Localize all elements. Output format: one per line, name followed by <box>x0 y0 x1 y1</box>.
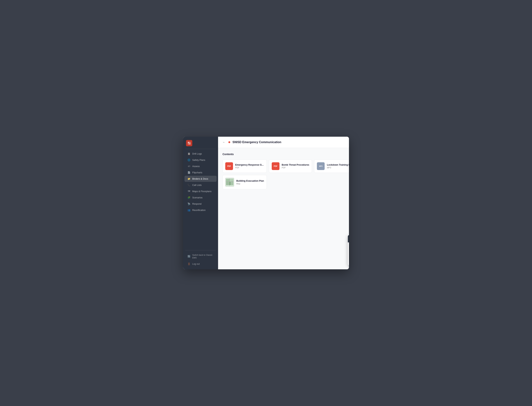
svg-rect-9 <box>231 182 233 185</box>
maps-floorplans-icon: 🗺 <box>187 190 190 193</box>
svg-rect-1 <box>189 142 190 143</box>
topbar: ← SNISD Emergency Communication + Add ▾ … <box>218 137 349 148</box>
item-info: Lockdown Training Rec... MP3 <box>327 164 349 169</box>
item-info: Building Evacuation Plan Map <box>236 180 264 185</box>
sidebar-item-label: Maps & Floorplans <box>192 190 211 193</box>
item-card-lockdown-training[interactable]: MP3 Lockdown Training Rec... MP3 <box>314 160 349 173</box>
sidebar-item-label: Binders & Docs <box>192 178 208 180</box>
content-toolbar: Contents Name ▾ ☰ ⊞ ℹ <box>222 152 349 157</box>
respond-icon: 📡 <box>187 203 190 205</box>
back-button[interactable]: ← <box>222 140 226 145</box>
sidebar-item-respond[interactable]: 📡 Respond <box>185 201 217 207</box>
sidebar-item-reunification[interactable]: 👥 Reunification <box>185 207 217 213</box>
switch-classic-label: Switch back to Classic EMS <box>192 254 214 259</box>
svg-rect-2 <box>188 143 189 145</box>
pdf-icon: PDF <box>272 162 280 170</box>
content-area: Contents Name ▾ ☰ ⊞ ℹ <box>218 148 349 269</box>
switch-classic-icon: 🔄 <box>187 255 190 258</box>
items-grid: PDF Emergency Response G... PDF PDF Bomb… <box>222 160 349 189</box>
call-lists-icon: 📞 <box>187 184 190 186</box>
sidebar-item-scenarios[interactable]: 🧩 Scenarios <box>185 195 217 201</box>
svg-rect-3 <box>189 143 190 145</box>
upload-panel: Uploading 2 items ▾ ✕ Less than a minute… <box>348 235 349 266</box>
flipcharts-icon: 📄 <box>187 171 190 174</box>
sidebar-item-label: Respond <box>192 203 201 205</box>
sidebar-item-flipcharts[interactable]: 📄 Flipcharts <box>185 169 217 175</box>
item-type: PDF <box>235 167 264 169</box>
sidebar-item-drill-logs[interactable]: 📋 Drill Logs <box>185 151 217 157</box>
drill-logs-icon: 📋 <box>187 152 190 155</box>
assess-icon: 🏷 <box>187 165 190 168</box>
sidebar-item-label: Flipcharts <box>192 171 202 174</box>
item-card-bomb-threat[interactable]: PDF Bomb Threat Procedures PDF <box>269 160 312 173</box>
pdf-icon: PDF <box>225 162 233 170</box>
sidebar-item-label: Drill Logs <box>192 152 202 155</box>
sidebar-bottom: 🔄 Switch back to Classic EMS 🚪 Log out <box>183 250 218 269</box>
item-card-building-evacuation[interactable]: Building Evacuation Plan Map <box>222 175 267 189</box>
svg-rect-7 <box>226 182 228 185</box>
svg-rect-6 <box>230 179 233 181</box>
sidebar-item-label: Safety Plans <box>192 159 205 161</box>
safety-plans-icon: 🌐 <box>187 159 190 161</box>
page-title: SNISD Emergency Communication <box>232 141 281 144</box>
svg-rect-0 <box>188 142 189 143</box>
sidebar-item-label: Call Lists <box>192 184 202 186</box>
item-name: Bomb Threat Procedures <box>282 164 309 166</box>
upload-body: Less than a minute left Cancel 📄 2023-20… <box>348 242 349 266</box>
switch-classic-button[interactable]: 🔄 Switch back to Classic EMS <box>185 252 217 261</box>
reunification-icon: 👥 <box>187 209 190 211</box>
item-type: MP3 <box>327 167 349 169</box>
sidebar-item-safety-plans[interactable]: 🌐 Safety Plans <box>185 157 217 163</box>
sidebar-item-label: Reunification <box>192 209 206 211</box>
sidebar-item-label: Assess <box>192 165 200 168</box>
sidebar-item-assess[interactable]: 🏷 Assess <box>185 163 217 169</box>
log-out-button[interactable]: 🚪 Log out <box>185 261 217 267</box>
scenarios-icon: 🧩 <box>187 196 190 199</box>
item-name: Building Evacuation Plan <box>236 180 264 182</box>
map-thumbnail <box>225 178 234 187</box>
item-type: Map <box>236 182 264 185</box>
main-content: ← SNISD Emergency Communication + Add ▾ … <box>218 137 349 269</box>
sidebar-nav: 📋 Drill Logs 🌐 Safety Plans 🏷 Assess 📄 F… <box>183 149 218 250</box>
sidebar-item-maps-floorplans[interactable]: 🗺 Maps & Floorplans <box>185 188 217 194</box>
sidebar-item-call-lists[interactable]: 📞 Call Lists <box>185 182 217 188</box>
binders-docs-icon: 📁 <box>187 177 190 180</box>
upload-header: Uploading 2 items ▾ ✕ <box>348 235 349 242</box>
sidebar-item-label: Scenarios <box>192 196 203 199</box>
svg-rect-5 <box>226 179 229 181</box>
page-indicator <box>228 141 230 143</box>
item-type: PDF <box>282 167 309 169</box>
app-window: 📋 Drill Logs 🌐 Safety Plans 🏷 Assess 📄 F… <box>183 137 349 269</box>
sidebar-logo <box>183 137 218 149</box>
mp3-icon: MP3 <box>317 162 325 170</box>
app-logo <box>186 140 192 146</box>
topbar-left: ← SNISD Emergency Communication <box>222 140 281 145</box>
item-info: Bomb Threat Procedures PDF <box>282 164 309 169</box>
item-card-emergency-response[interactable]: PDF Emergency Response G... PDF <box>222 160 267 173</box>
sidebar: 📋 Drill Logs 🌐 Safety Plans 🏷 Assess 📄 F… <box>183 137 218 269</box>
sidebar-item-binders-docs[interactable]: 📁 Binders & Docs <box>185 176 217 182</box>
svg-rect-8 <box>229 182 231 185</box>
log-out-icon: 🚪 <box>187 262 190 265</box>
item-info: Emergency Response G... PDF <box>235 164 264 169</box>
contents-label: Contents <box>222 153 234 156</box>
item-name: Emergency Response G... <box>235 164 264 166</box>
log-out-label: Log out <box>192 263 200 265</box>
item-name: Lockdown Training Rec... <box>327 164 349 166</box>
